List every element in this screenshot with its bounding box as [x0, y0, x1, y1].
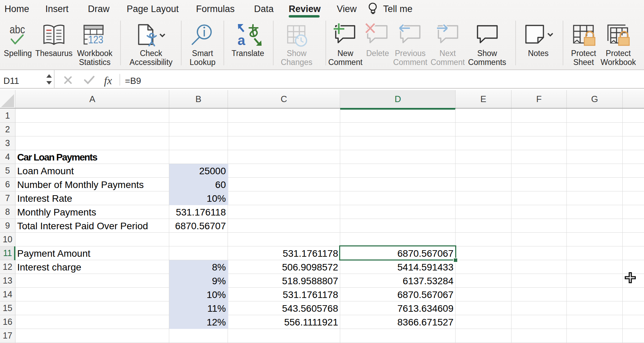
svg-text:abc: abc — [10, 23, 25, 36]
svg-text:a: a — [238, 33, 245, 48]
svg-text:123: 123 — [88, 34, 103, 46]
